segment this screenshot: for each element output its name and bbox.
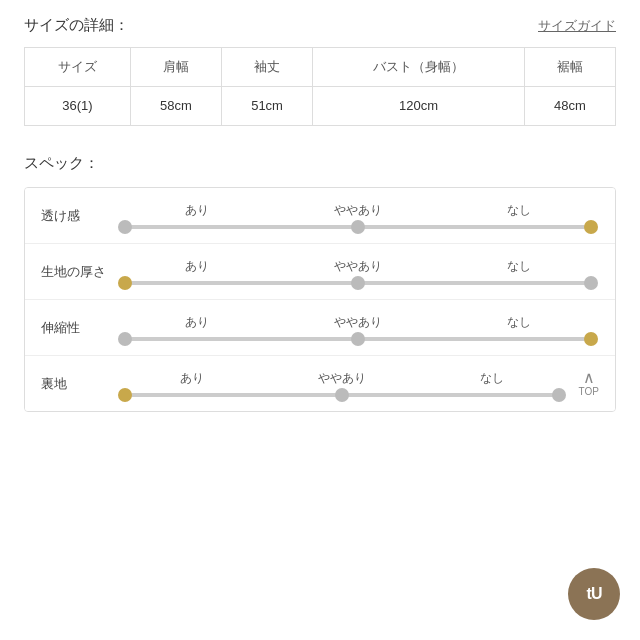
cell-bust: 120cm bbox=[313, 87, 525, 126]
label-nashi-thickness: なし bbox=[438, 258, 599, 275]
label-ari-transparency: あり bbox=[117, 202, 278, 219]
col-bust: バスト（身幅） bbox=[313, 48, 525, 87]
spec-label-thickness: 生地の厚さ bbox=[41, 263, 109, 281]
avatar[interactable]: tU bbox=[568, 568, 620, 620]
label-yayaari-transparency: ややあり bbox=[278, 202, 439, 219]
col-sleeve: 袖丈 bbox=[221, 48, 312, 87]
top-arrow-icon: ∧ bbox=[583, 370, 595, 386]
size-section-header: サイズの詳細： サイズガイド bbox=[24, 16, 616, 35]
top-button[interactable]: ∧ TOP bbox=[579, 370, 599, 397]
slider-track-stretch bbox=[125, 337, 591, 341]
dot-right-lining bbox=[552, 388, 566, 402]
dot-left-lining bbox=[118, 388, 132, 402]
label-ari-lining: あり bbox=[117, 370, 267, 387]
slider-track-thickness bbox=[125, 281, 591, 285]
table-row: 36(1) 58cm 51cm 120cm 48cm bbox=[25, 87, 616, 126]
dot-left-thickness bbox=[118, 276, 132, 290]
spec-labels-lining: あり ややあり なし bbox=[117, 370, 567, 387]
dot-right-stretch bbox=[584, 332, 598, 346]
cell-hem: 48cm bbox=[524, 87, 615, 126]
spec-row-thickness: 生地の厚さ あり ややあり なし bbox=[25, 244, 615, 300]
top-button-label: TOP bbox=[579, 386, 599, 397]
dot-center-transparency bbox=[351, 220, 365, 234]
cell-shoulder: 58cm bbox=[130, 87, 221, 126]
cell-size: 36(1) bbox=[25, 87, 131, 126]
size-table: サイズ 肩幅 袖丈 バスト（身幅） 裾幅 36(1) 58cm 51cm 120… bbox=[24, 47, 616, 126]
col-shoulder: 肩幅 bbox=[130, 48, 221, 87]
size-guide-link[interactable]: サイズガイド bbox=[538, 17, 616, 35]
col-size: サイズ bbox=[25, 48, 131, 87]
avatar-area[interactable]: tU bbox=[568, 568, 620, 620]
table-header-row: サイズ 肩幅 袖丈 バスト（身幅） 裾幅 bbox=[25, 48, 616, 87]
spec-slider-stretch: あり ややあり なし bbox=[117, 314, 599, 341]
spec-labels-stretch: あり ややあり なし bbox=[117, 314, 599, 331]
dot-left-stretch bbox=[118, 332, 132, 346]
label-yayaari-lining: ややあり bbox=[267, 370, 417, 387]
cell-sleeve: 51cm bbox=[221, 87, 312, 126]
dot-center-stretch bbox=[351, 332, 365, 346]
label-ari-thickness: あり bbox=[117, 258, 278, 275]
col-hem: 裾幅 bbox=[524, 48, 615, 87]
slider-track-lining bbox=[125, 393, 559, 397]
label-nashi-transparency: なし bbox=[438, 202, 599, 219]
spec-row-stretch: 伸縮性 あり ややあり なし bbox=[25, 300, 615, 356]
main-container: サイズの詳細： サイズガイド サイズ 肩幅 袖丈 バスト（身幅） 裾幅 36(1… bbox=[0, 0, 640, 428]
dot-right-transparency bbox=[584, 220, 598, 234]
spec-row-lining: 裏地 あり ややあり なし ∧ TOP bbox=[25, 356, 615, 411]
spec-section-title: スペック： bbox=[24, 154, 616, 173]
spec-label-transparency: 透け感 bbox=[41, 207, 109, 225]
label-ari-stretch: あり bbox=[117, 314, 278, 331]
label-yayaari-thickness: ややあり bbox=[278, 258, 439, 275]
spec-label-lining: 裏地 bbox=[41, 375, 109, 393]
spec-labels-thickness: あり ややあり なし bbox=[117, 258, 599, 275]
spec-slider-thickness: あり ややあり なし bbox=[117, 258, 599, 285]
dot-center-thickness bbox=[351, 276, 365, 290]
avatar-text: tU bbox=[587, 585, 602, 603]
dot-left-transparency bbox=[118, 220, 132, 234]
spec-slider-transparency: あり ややあり なし bbox=[117, 202, 599, 229]
spec-label-stretch: 伸縮性 bbox=[41, 319, 109, 337]
size-section-title: サイズの詳細： bbox=[24, 16, 129, 35]
spec-labels-transparency: あり ややあり なし bbox=[117, 202, 599, 219]
spec-list: 透け感 あり ややあり なし 生地の厚さ あり ややあり bbox=[24, 187, 616, 412]
label-nashi-stretch: なし bbox=[438, 314, 599, 331]
dot-right-thickness bbox=[584, 276, 598, 290]
slider-track-transparency bbox=[125, 225, 591, 229]
dot-center-lining bbox=[335, 388, 349, 402]
label-yayaari-stretch: ややあり bbox=[278, 314, 439, 331]
spec-row-transparency: 透け感 あり ややあり なし bbox=[25, 188, 615, 244]
spec-slider-lining: あり ややあり なし bbox=[117, 370, 567, 397]
label-nashi-lining: なし bbox=[417, 370, 567, 387]
